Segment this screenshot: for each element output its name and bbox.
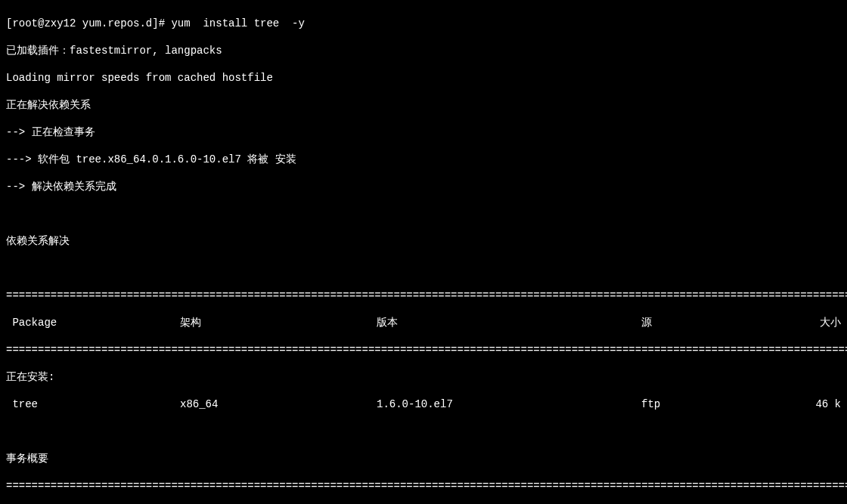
- divider-rule: ========================================…: [6, 289, 841, 302]
- cell-arch: x86_64: [180, 397, 377, 411]
- output-line: --> 正在检查事务: [6, 125, 841, 139]
- col-version: 版本: [377, 316, 641, 329]
- blank-line: [6, 207, 841, 221]
- blank-line: [6, 261, 841, 275]
- cell-package: tree: [6, 397, 180, 411]
- cell-size: 46 k: [800, 397, 841, 411]
- output-line: ---> 软件包 tree.x86_64.0.1.6.0-10.el7 将被 安…: [6, 153, 841, 166]
- cell-repo: ftp: [641, 397, 800, 411]
- section-installing: 正在安装:: [6, 370, 841, 384]
- divider-rule: ========================================…: [6, 343, 841, 357]
- table-header: Package 架构 版本 源 大小: [6, 316, 841, 329]
- output-line: 已加载插件：fastestmirror, langpacks: [6, 44, 841, 57]
- blank-line: [6, 425, 841, 438]
- col-arch: 架构: [180, 316, 377, 329]
- col-size: 大小: [800, 316, 841, 329]
- cell-version: 1.6.0-10.el7: [377, 397, 641, 411]
- command-prompt: [root@zxy12 yum.repos.d]# yum install tr…: [6, 17, 841, 30]
- output-line: 正在解决依赖关系: [6, 98, 841, 112]
- output-line: Loading mirror speeds from cached hostfi…: [6, 71, 841, 85]
- table-row: tree x86_64 1.6.0-10.el7 ftp 46 k: [6, 397, 841, 411]
- divider-rule: ========================================…: [6, 479, 841, 493]
- col-repo: 源: [641, 316, 800, 329]
- output-line: 依赖关系解决: [6, 234, 841, 248]
- terminal-output: [root@zxy12 yum.repos.d]# yum install tr…: [0, 0, 847, 504]
- col-package: Package: [6, 316, 180, 329]
- output-line: --> 解决依赖关系完成: [6, 180, 841, 193]
- section-summary: 事务概要: [6, 452, 841, 465]
